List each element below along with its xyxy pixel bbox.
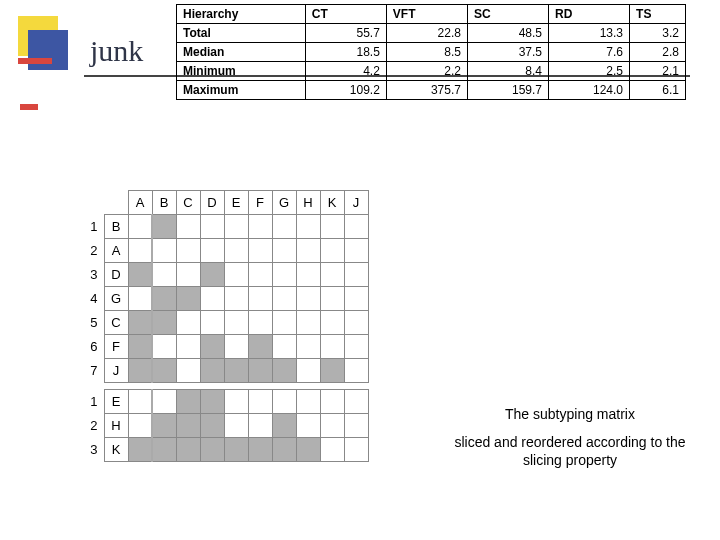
hier-col: CT — [305, 5, 386, 24]
grid-cell — [344, 215, 368, 239]
grid-cell — [344, 287, 368, 311]
grid-cell — [248, 263, 272, 287]
grid-row-number: 2 — [80, 239, 104, 263]
grid-cell — [272, 390, 296, 414]
caption: The subtyping matrix sliced and reordere… — [440, 405, 700, 470]
grid-cell — [152, 335, 176, 359]
grid-cell — [176, 311, 200, 335]
grid-row-header: D — [104, 263, 128, 287]
grid-cell — [200, 287, 224, 311]
grid-row-header: G — [104, 287, 128, 311]
grid-col-header: G — [272, 191, 296, 215]
grid-cell — [344, 263, 368, 287]
grid-cell — [248, 215, 272, 239]
grid-cell — [152, 438, 176, 462]
hier-cell: 55.7 — [305, 24, 386, 43]
hier-cell: 6.1 — [630, 81, 686, 100]
grid-cell — [224, 239, 248, 263]
hier-cell: 124.0 — [548, 81, 629, 100]
grid-cell — [320, 215, 344, 239]
grid-row-number: 4 — [80, 287, 104, 311]
hier-col: SC — [467, 5, 548, 24]
hier-cell: 37.5 — [467, 43, 548, 62]
hierarchy-table: Hierarchy CT VFT SC RD TS Total55.722.84… — [176, 4, 686, 100]
grid-cell — [176, 263, 200, 287]
hier-cell: 13.3 — [548, 24, 629, 43]
grid-cell — [176, 438, 200, 462]
grid-row-number: 1 — [80, 215, 104, 239]
grid-cell — [224, 311, 248, 335]
grid-cell — [224, 263, 248, 287]
grid-col-header: A — [128, 191, 152, 215]
grid-cell — [248, 359, 272, 383]
grid-cell — [344, 438, 368, 462]
grid-cell — [200, 311, 224, 335]
hier-row-label: Maximum — [177, 81, 306, 100]
grid-cell — [320, 438, 344, 462]
grid-cell — [224, 359, 248, 383]
grid-col-header: E — [224, 191, 248, 215]
grid-cell — [152, 390, 176, 414]
grid-cell — [176, 414, 200, 438]
grid-cell — [128, 287, 152, 311]
grid-row-header: E — [104, 390, 128, 414]
grid-row-header: B — [104, 215, 128, 239]
grid-col-header: D — [200, 191, 224, 215]
matrix-block-2: 1E2H3K — [80, 389, 369, 462]
grid-col-header: C — [176, 191, 200, 215]
grid-cell — [128, 239, 152, 263]
caption-line-1: The subtyping matrix — [440, 405, 700, 423]
grid-row-number: 6 — [80, 335, 104, 359]
grid-cell — [296, 359, 320, 383]
grid-cell — [320, 359, 344, 383]
grid-cell — [224, 438, 248, 462]
grid-cell — [344, 239, 368, 263]
hier-header-label: Hierarchy — [177, 5, 306, 24]
hier-row-label: Minimum — [177, 62, 306, 81]
grid-cell — [128, 263, 152, 287]
grid-cell — [200, 438, 224, 462]
grid-cell — [152, 287, 176, 311]
grid-col-header: J — [344, 191, 368, 215]
grid-row-header: C — [104, 311, 128, 335]
grid-cell — [248, 414, 272, 438]
matrix-area: ABCDEFGHKJ1B2A3D4G5C6F7J 1E2H3K — [80, 190, 369, 462]
grid-cell — [176, 390, 200, 414]
grid-cell — [248, 335, 272, 359]
hier-col: TS — [630, 5, 686, 24]
grid-cell — [224, 287, 248, 311]
hier-row-label: Total — [177, 24, 306, 43]
grid-col-header: H — [296, 191, 320, 215]
grid-cell — [272, 263, 296, 287]
hier-cell: 2.5 — [548, 62, 629, 81]
grid-cell — [200, 263, 224, 287]
hier-cell: 22.8 — [386, 24, 467, 43]
grid-cell — [248, 311, 272, 335]
grid-row-header: J — [104, 359, 128, 383]
grid-row-number: 3 — [80, 263, 104, 287]
grid-cell — [344, 311, 368, 335]
hier-cell: 159.7 — [467, 81, 548, 100]
grid-row-number: 1 — [80, 390, 104, 414]
grid-cell — [272, 359, 296, 383]
hier-cell: 7.6 — [548, 43, 629, 62]
grid-cell — [320, 414, 344, 438]
grid-cell — [272, 239, 296, 263]
grid-cell — [128, 311, 152, 335]
grid-col-header: F — [248, 191, 272, 215]
grid-cell — [224, 414, 248, 438]
hier-cell: 18.5 — [305, 43, 386, 62]
grid-cell — [296, 311, 320, 335]
grid-cell — [176, 215, 200, 239]
grid-cell — [320, 390, 344, 414]
grid-row-header: F — [104, 335, 128, 359]
grid-row-number: 3 — [80, 438, 104, 462]
grid-cell — [272, 287, 296, 311]
hier-col: VFT — [386, 5, 467, 24]
grid-cell — [320, 263, 344, 287]
hier-cell: 4.2 — [305, 62, 386, 81]
matrix-block-1: ABCDEFGHKJ1B2A3D4G5C6F7J — [80, 190, 369, 383]
grid-cell — [224, 335, 248, 359]
grid-row-header: K — [104, 438, 128, 462]
grid-cell — [272, 311, 296, 335]
